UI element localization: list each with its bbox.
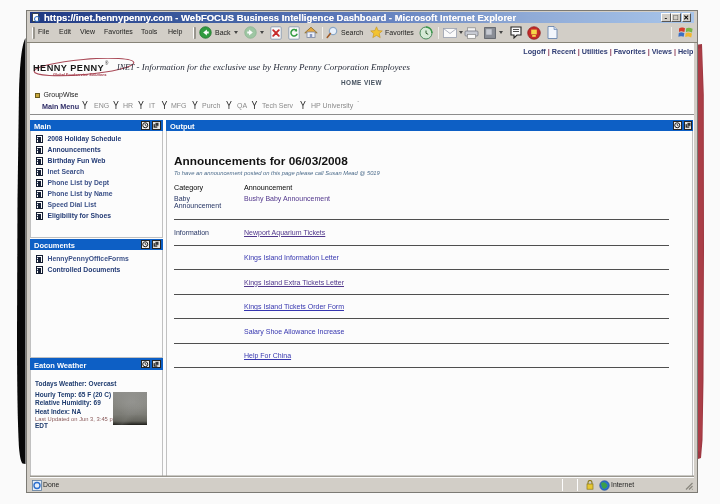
svg-text:HENNY PENNY: HENNY PENNY [33,62,104,72]
svg-text:®: ® [105,60,109,66]
svg-text:Global Foodservice Solutions: Global Foodservice Solutions [53,72,107,76]
